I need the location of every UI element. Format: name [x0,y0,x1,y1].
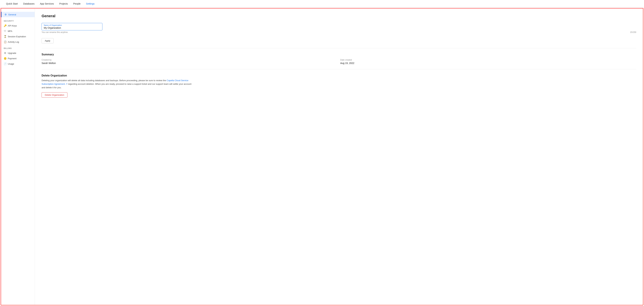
org-name-field: Name of Organization You can rename this… [42,23,636,33]
nav-app-services[interactable]: App Services [37,0,56,7]
sidebar-item-api-keys[interactable]: 🔑 API Keys [1,23,35,28]
sidebar-item-session-expiration[interactable]: ⏳ Session Expiration [1,34,35,39]
summary-section: Summary Created by Sarah Welton Date cre… [42,53,636,64]
summary-grid: Created by Sarah Welton Date created Aug… [42,59,636,64]
delete-organization-button[interactable]: Delete Organization [42,92,68,98]
session-expiration-icon: ⏳ [4,35,6,38]
sidebar-item-payment-label: Payment [8,57,16,60]
date-created-value: Aug 19, 2022 [340,62,636,64]
delete-desc-part1: Deleting your organization will delete a… [42,79,166,82]
org-name-input-group: Name of Organization [42,23,102,30]
activity-log-icon: 📋 [4,40,6,43]
sidebar-item-general[interactable]: ⚙ General [1,12,35,17]
org-name-char-count: 15/150 [630,31,636,33]
sidebar-item-session-expiration-label: Session Expiration [8,35,26,38]
date-created-label: Date created [340,59,636,61]
sidebar-section-billing: Billing [1,44,35,50]
sidebar-item-api-keys-label: API Keys [8,24,17,27]
sidebar-item-activity-log[interactable]: 📋 Activity Log [1,39,35,44]
nav-databases[interactable]: Databases [20,0,37,7]
nav-quick-start[interactable]: Quick Start [4,0,20,7]
sidebar-item-mfa-label: MFA [8,30,12,32]
usage-icon: 📄 [4,62,6,65]
sidebar-item-general-label: General [8,13,16,16]
delete-title: Delete Organization [42,74,636,77]
date-created-group: Date created Aug 19, 2022 [340,59,636,64]
created-by-value: Sarah Welton [42,62,338,64]
org-name-hint: You can rename this anytime. 15/150 [42,31,636,33]
nav-projects[interactable]: Projects [56,0,71,7]
main-content: General Name of Organization You can ren… [35,8,643,305]
org-name-label: Name of Organization [44,24,100,26]
org-name-input[interactable] [44,26,100,29]
mfa-icon: 🛡 [4,30,6,32]
page-title: General [42,14,636,18]
general-icon: ⚙ [4,13,7,16]
sidebar-item-usage-label: Usage [8,63,14,65]
divider-2 [42,69,636,69]
created-by-label: Created by [42,59,338,61]
sidebar-item-activity-log-label: Activity Log [8,41,19,43]
summary-title: Summary [42,53,636,56]
sidebar-item-upgrade-label: Upgrade [8,52,16,54]
upgrade-icon: ⚙ [4,52,6,54]
org-name-hint-left: You can rename this anytime. [42,31,68,33]
apply-button[interactable]: Apply [42,38,54,43]
sidebar: ⚙ General Security 🔑 API Keys 🛡 MFA ⏳ Se… [1,8,35,305]
created-by-group: Created by Sarah Welton [42,59,338,64]
delete-description: Deleting your organization will delete a… [42,79,194,89]
sidebar-item-payment[interactable]: 🪙 Payment [1,56,35,61]
payment-icon: 🪙 [4,57,6,60]
top-nav: Quick Start Databases App Services Proje… [0,0,644,7]
sidebar-item-usage[interactable]: 📄 Usage [1,61,35,66]
main-wrapper: ⚙ General Security 🔑 API Keys 🛡 MFA ⏳ Se… [1,8,643,305]
sidebar-section-security: Security [1,17,35,23]
nav-settings[interactable]: Settings [83,0,97,7]
sidebar-item-mfa[interactable]: 🛡 MFA [1,28,35,34]
api-keys-icon: 🔑 [4,24,6,27]
delete-section: Delete Organization Deleting your organi… [42,74,636,98]
sidebar-item-upgrade[interactable]: ⚙ Upgrade [1,50,35,56]
nav-people[interactable]: People [70,0,83,7]
